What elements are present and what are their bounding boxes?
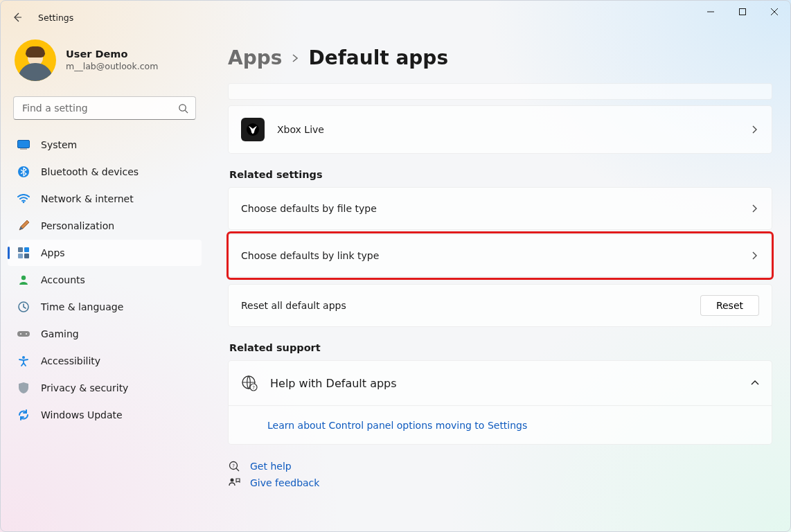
sidebar-item-label: Apps: [41, 247, 65, 258]
sidebar-item-system[interactable]: System: [8, 132, 202, 158]
sidebar-item-label: System: [41, 139, 77, 150]
globe-help-icon: ?: [241, 375, 258, 391]
svg-point-15: [22, 356, 25, 359]
svg-point-10: [21, 276, 26, 280]
window-controls: [695, 1, 790, 34]
apps-icon: [17, 247, 30, 259]
close-icon: [771, 8, 778, 15]
sidebar-item-label: Network & internet: [41, 193, 134, 204]
give-feedback-link[interactable]: Give feedback: [250, 477, 319, 488]
app-row-label: Xbox Live: [277, 124, 324, 135]
breadcrumb: Apps Default apps: [228, 46, 772, 69]
row-label: Reset all default apps: [241, 300, 346, 311]
sidebar-item-label: Personalization: [41, 220, 114, 231]
gamepad-icon: [17, 328, 30, 340]
sidebar-item-label: Accessibility: [41, 355, 100, 366]
sidebar-item-label: Time & language: [41, 301, 123, 312]
maximize-button[interactable]: [727, 1, 758, 23]
sidebar-item-apps[interactable]: Apps: [8, 240, 202, 266]
sidebar: User Demo m__lab@outlook.com System Blue…: [1, 34, 208, 532]
previous-item-peek[interactable]: [228, 83, 772, 100]
shield-icon: [17, 382, 30, 394]
sidebar-item-label: Windows Update: [41, 409, 123, 420]
sidebar-item-label: Bluetooth & devices: [41, 166, 139, 177]
wifi-icon: [17, 193, 30, 205]
profile-name: User Demo: [66, 48, 158, 60]
chevron-right-icon: [751, 125, 759, 134]
minimize-icon: [707, 8, 714, 15]
breadcrumb-parent[interactable]: Apps: [228, 46, 282, 69]
maximize-icon: [739, 8, 746, 15]
accessibility-icon: [17, 355, 30, 367]
clock-globe-icon: [17, 301, 30, 313]
svg-point-5: [23, 202, 25, 204]
sidebar-item-accessibility[interactable]: Accessibility: [8, 348, 202, 374]
feedback-icon: [228, 477, 240, 489]
search-input[interactable]: [21, 102, 178, 114]
choose-defaults-link-type[interactable]: Choose defaults by link type: [228, 234, 772, 277]
sidebar-item-privacy[interactable]: Privacy & security: [8, 375, 202, 401]
related-support-heading: Related support: [229, 342, 772, 353]
help-default-apps-expander: ? Help with Default apps Learn about Con…: [228, 360, 772, 445]
choose-defaults-file-type[interactable]: Choose defaults by file type: [228, 187, 772, 230]
row-label: Choose defaults by link type: [241, 250, 379, 261]
learn-control-panel-link[interactable]: Learn about Control panel options moving…: [267, 420, 527, 431]
svg-rect-6: [18, 247, 23, 252]
sidebar-item-label: Gaming: [41, 328, 79, 339]
footer-links: ? Get help Give feedback: [228, 460, 772, 489]
profile-email: m__lab@outlook.com: [66, 60, 158, 73]
sidebar-item-accounts[interactable]: Accounts: [8, 267, 202, 293]
related-settings-heading: Related settings: [229, 169, 772, 180]
svg-rect-7: [24, 247, 29, 252]
close-button[interactable]: [758, 1, 790, 23]
svg-rect-8: [18, 254, 23, 258]
chevron-right-icon: [290, 53, 300, 63]
back-button[interactable]: [3, 3, 31, 31]
sidebar-item-windows-update[interactable]: Windows Update: [8, 402, 202, 428]
sidebar-item-gaming[interactable]: Gaming: [8, 321, 202, 347]
svg-rect-12: [17, 331, 30, 337]
sidebar-item-bluetooth[interactable]: Bluetooth & devices: [8, 159, 202, 185]
search-box[interactable]: [13, 96, 196, 120]
svg-text:?: ?: [252, 385, 255, 391]
sidebar-item-label: Privacy & security: [41, 382, 128, 393]
search-icon: [178, 103, 188, 114]
svg-point-14: [26, 333, 27, 335]
app-row-xbox-live[interactable]: Xbox Live: [228, 105, 772, 154]
svg-rect-2: [18, 141, 30, 148]
svg-point-1: [179, 104, 186, 110]
get-help-link[interactable]: Get help: [250, 461, 292, 472]
expander-header[interactable]: ? Help with Default apps: [229, 361, 772, 405]
content-area: Apps Default apps Xbox Live Related sett…: [208, 34, 790, 532]
avatar: [15, 39, 56, 81]
system-icon: [17, 139, 30, 151]
profile-block[interactable]: User Demo m__lab@outlook.com: [1, 39, 208, 88]
reset-defaults-row: Reset all default apps Reset: [228, 284, 772, 327]
svg-rect-3: [20, 149, 27, 150]
sidebar-item-label: Accounts: [41, 274, 85, 285]
person-icon: [17, 274, 30, 286]
expander-label: Help with Default apps: [270, 377, 397, 390]
breadcrumb-current: Default apps: [308, 46, 448, 69]
svg-rect-0: [740, 9, 746, 15]
reset-button[interactable]: Reset: [700, 295, 759, 316]
expander-body: Learn about Control panel options moving…: [229, 405, 772, 444]
update-icon: [17, 409, 30, 421]
svg-rect-9: [24, 254, 29, 258]
chevron-up-icon: [751, 379, 759, 387]
svg-point-22: [231, 479, 234, 482]
highlight-box: Choose defaults by link type: [228, 233, 772, 278]
xbox-icon: [241, 118, 265, 141]
arrow-left-icon: [12, 12, 23, 23]
sidebar-item-personalization[interactable]: Personalization: [8, 213, 202, 239]
sidebar-item-time-language[interactable]: Time & language: [8, 294, 202, 320]
svg-text:?: ?: [232, 463, 235, 469]
bluetooth-icon: [17, 166, 30, 178]
minimize-button[interactable]: [695, 1, 727, 23]
sidebar-item-network[interactable]: Network & internet: [8, 186, 202, 212]
window-title: Settings: [38, 12, 73, 23]
svg-point-13: [20, 333, 21, 335]
paintbrush-icon: [17, 220, 30, 232]
sidebar-nav: System Bluetooth & devices Network & int…: [1, 125, 208, 429]
chevron-right-icon: [751, 204, 759, 213]
